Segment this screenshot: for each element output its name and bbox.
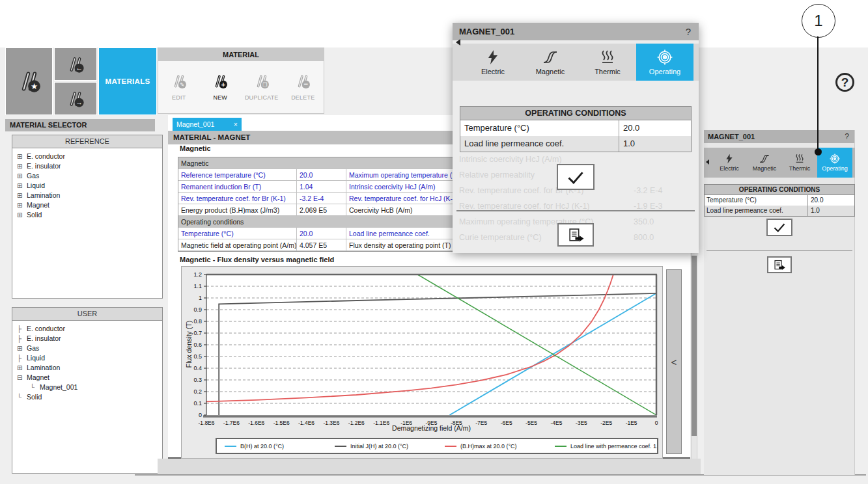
callout-line	[817, 36, 819, 152]
chart-title: Magnetic - Flux density versus magnetic …	[180, 256, 334, 263]
tree-expand-icon[interactable]: └	[30, 383, 40, 392]
tree-item[interactable]: ⊞ Lamination	[17, 191, 162, 200]
tree-expand-icon[interactable]: └	[17, 392, 27, 402]
legend-label: Load line with permeance coef. 1.0	[570, 443, 657, 450]
duplicate-button[interactable]: ❐ DUPLICATE	[243, 73, 281, 101]
legend-item: Load line with permeance coef. 1.0	[547, 443, 657, 450]
scrollbar-thumb[interactable]	[692, 256, 697, 436]
tree-item-label: E. insulator	[27, 334, 61, 343]
tab-electric[interactable]: Electric	[464, 44, 522, 81]
tree-item[interactable]: ⊞ Lamination	[17, 363, 162, 373]
tree-item-label: Lamination	[27, 191, 60, 200]
property-value[interactable]: 2.069 E5	[297, 204, 346, 216]
tree-item[interactable]: ├ E. conductor	[17, 324, 162, 334]
tree-item[interactable]: ⊞ Gas	[17, 171, 162, 181]
tab-thermic[interactable]: Thermic	[782, 148, 817, 178]
close-exit-button[interactable]	[557, 223, 594, 247]
tab-magnetic[interactable]: Magnetic	[522, 44, 579, 81]
tree-expand-icon[interactable]: ⊞	[17, 200, 27, 210]
apply-button[interactable]	[766, 219, 792, 236]
condition-value-field[interactable]: 20.0	[619, 120, 691, 136]
tree-item[interactable]: ├ E. insulator	[17, 334, 162, 343]
help-icon[interactable]: ?	[835, 73, 854, 92]
tree-item-label: E. conductor	[27, 324, 65, 334]
property-value[interactable]: 4.057 E5	[297, 239, 346, 251]
panel-help-icon[interactable]: ?	[845, 132, 849, 141]
material-import-button[interactable]: ←	[54, 47, 97, 81]
tree-expand-icon[interactable]: ⊞	[17, 191, 27, 200]
materials-button[interactable]: MATERIALS	[98, 47, 157, 115]
tree-item[interactable]: ⊞ Magnet	[17, 200, 162, 210]
operating-icon	[830, 154, 840, 164]
collapse-panel-handle[interactable]: <	[666, 269, 682, 454]
user-tree-title: USER	[12, 308, 162, 321]
tab-label: Magnetic	[753, 165, 777, 172]
tree-item[interactable]: ⊞ Gas	[17, 343, 162, 353]
tree-expand-icon[interactable]: ├	[17, 324, 27, 334]
legend-swatch	[445, 446, 456, 447]
material-toolbar: MATERIAL ✎ EDIT + NEW ❐ DUPLICATE	[158, 47, 324, 114]
apply-button[interactable]	[557, 164, 595, 190]
duplicate-icon: ❐	[253, 73, 270, 90]
tree-item[interactable]: └ Magnet_001	[17, 383, 162, 392]
dialog-help-icon[interactable]: ?	[686, 26, 691, 37]
delete-button-label: DELETE	[284, 94, 322, 101]
tree-expand-icon[interactable]: ⊞	[17, 363, 27, 373]
tree-expand-icon[interactable]: ├	[17, 334, 27, 343]
property-value[interactable]: 20.0	[297, 169, 346, 181]
tree-expand-icon[interactable]: ⊞	[17, 181, 27, 191]
operating-conditions-rows: Temperature (°C) 20.0 Load line permeanc…	[460, 120, 691, 152]
tab-electric[interactable]: Electric	[712, 148, 747, 178]
exit-document-icon	[773, 260, 786, 271]
delete-button[interactable]: − DELETE	[284, 73, 322, 101]
condition-value-field[interactable]: 1.0	[808, 206, 854, 216]
tab-operating[interactable]: Operating	[636, 44, 693, 81]
material-export-icon: →	[66, 89, 85, 109]
close-exit-button[interactable]	[767, 256, 792, 273]
tab-scroll-left-icon[interactable]	[456, 39, 460, 46]
tree-item[interactable]: ⊟ Magnet	[17, 373, 162, 383]
tab-magnet-001[interactable]: Magnet_001 ×	[173, 118, 242, 131]
panel-divider	[707, 250, 852, 251]
tree-expand-icon[interactable]: ⊞	[17, 343, 27, 353]
tree-expand-icon[interactable]: ⊞	[17, 152, 27, 161]
tree-expand-icon[interactable]: ⊞	[17, 210, 27, 220]
dialog-header[interactable]: MAGNET_001 ?	[453, 23, 699, 40]
panel-header[interactable]: MAGNET_001 ?	[704, 130, 854, 143]
tree-item[interactable]: ├ Liquid	[17, 353, 162, 363]
operating-icon	[657, 49, 673, 65]
material-star-button[interactable]: ★	[5, 47, 53, 115]
tab-thermic[interactable]: Thermic	[579, 44, 636, 81]
edit-button[interactable]: ✎ EDIT	[160, 73, 198, 101]
panel-title: MAGNET_001	[708, 133, 755, 141]
tree-item[interactable]: └ Solid	[17, 392, 162, 402]
tree-item[interactable]: ⊞ E. insulator	[17, 161, 162, 171]
property-label: Temperature (°C)	[178, 228, 297, 239]
property-value[interactable]: 1.04	[297, 181, 346, 193]
property-value[interactable]: 20.0	[297, 228, 346, 239]
legend-swatch	[555, 446, 567, 447]
tree-expand-icon[interactable]: ├	[17, 353, 27, 363]
dialog-title: MAGNET_001	[459, 27, 514, 36]
condition-label: Load line permeance coef.	[705, 206, 808, 216]
tab-operating[interactable]: Operating	[817, 148, 852, 178]
tree-expand-icon[interactable]: ⊞	[17, 161, 27, 171]
condition-value-field[interactable]: 20.0	[808, 195, 854, 206]
material-export-button[interactable]: →	[54, 82, 97, 115]
tab-scroll-left-icon[interactable]	[706, 159, 709, 165]
property-value[interactable]: -3.2 E-4	[297, 193, 346, 204]
tree-item[interactable]: ⊞ Solid	[17, 210, 162, 220]
new-button[interactable]: + NEW	[201, 73, 239, 101]
tree-expand-icon[interactable]: ⊟	[17, 373, 27, 383]
tab-magnetic[interactable]: Magnetic	[747, 148, 782, 178]
tab-close-icon[interactable]: ×	[234, 118, 238, 131]
exit-document-icon	[567, 228, 585, 243]
callout-number-badge: 1	[802, 4, 835, 38]
tree-item[interactable]: ⊞ E. conductor	[17, 152, 162, 161]
material-toolbar-title: MATERIAL	[158, 48, 324, 61]
condition-value-field[interactable]: 1.0	[619, 136, 691, 152]
material-star-icon: ★	[16, 68, 42, 94]
tree-item[interactable]: ⊞ Liquid	[17, 181, 162, 191]
operating-conditions-table: OPERATING CONDITIONS Temperature (°C) 20…	[704, 184, 855, 217]
tree-expand-icon[interactable]: ⊞	[17, 171, 27, 181]
